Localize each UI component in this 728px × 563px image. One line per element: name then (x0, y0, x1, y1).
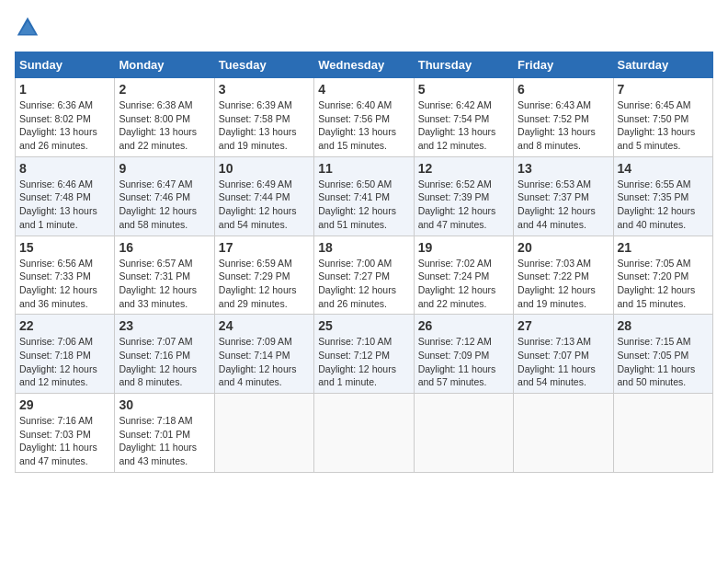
day-info: Sunrise: 7:06 AMSunset: 7:18 PMDaylight:… (19, 335, 110, 389)
table-row: 30Sunrise: 7:18 AMSunset: 7:01 PMDayligh… (115, 394, 214, 473)
table-row: 9Sunrise: 6:47 AMSunset: 7:46 PMDaylight… (115, 156, 214, 236)
day-info: Sunrise: 7:13 AMSunset: 7:07 PMDaylight:… (518, 335, 609, 389)
day-info: Sunrise: 7:18 AMSunset: 7:01 PMDaylight:… (119, 414, 210, 468)
page-header (15, 15, 713, 40)
day-info: Sunrise: 7:00 AMSunset: 7:27 PMDaylight:… (318, 257, 409, 311)
calendar-row-week3: 15Sunrise: 6:56 AMSunset: 7:33 PMDayligh… (16, 236, 713, 315)
calendar-row-week2: 8Sunrise: 6:46 AMSunset: 7:48 PMDaylight… (16, 156, 713, 236)
table-row: 2Sunrise: 6:38 AMSunset: 8:00 PMDaylight… (115, 78, 214, 157)
calendar-row-week1: 1Sunrise: 6:36 AMSunset: 8:02 PMDaylight… (16, 78, 713, 157)
logo-icon (15, 15, 40, 40)
col-header-wednesday: Wednesday (314, 52, 414, 78)
table-row: 3Sunrise: 6:39 AMSunset: 7:58 PMDaylight… (214, 78, 313, 157)
header-row: SundayMondayTuesdayWednesdayThursdayFrid… (16, 52, 713, 78)
table-row: 18Sunrise: 7:00 AMSunset: 7:27 PMDayligh… (314, 236, 414, 315)
day-number: 18 (318, 240, 409, 255)
logo (15, 15, 42, 40)
day-info: Sunrise: 7:03 AMSunset: 7:22 PMDaylight:… (518, 257, 609, 311)
day-info: Sunrise: 7:02 AMSunset: 7:24 PMDaylight:… (418, 257, 509, 311)
day-info: Sunrise: 6:59 AMSunset: 7:29 PMDaylight:… (219, 257, 310, 311)
day-number: 19 (418, 240, 509, 255)
day-number: 5 (418, 82, 509, 97)
day-number: 2 (119, 82, 210, 97)
col-header-monday: Monday (115, 52, 214, 78)
day-number: 10 (219, 161, 310, 176)
day-number: 24 (219, 318, 310, 333)
day-number: 17 (219, 240, 310, 255)
table-row: 23Sunrise: 7:07 AMSunset: 7:16 PMDayligh… (115, 315, 214, 394)
day-number: 23 (119, 318, 210, 333)
day-number: 21 (618, 240, 709, 255)
day-number: 16 (119, 240, 210, 255)
day-number: 27 (518, 318, 609, 333)
day-info: Sunrise: 6:39 AMSunset: 7:58 PMDaylight:… (219, 98, 310, 153)
table-row: 1Sunrise: 6:36 AMSunset: 8:02 PMDaylight… (16, 78, 115, 157)
table-row: 5Sunrise: 6:42 AMSunset: 7:54 PMDaylight… (414, 78, 513, 157)
day-number: 7 (618, 82, 709, 97)
col-header-saturday: Saturday (613, 52, 712, 78)
day-number: 1 (19, 82, 110, 97)
table-row (414, 394, 513, 473)
calendar-row-week4: 22Sunrise: 7:06 AMSunset: 7:18 PMDayligh… (16, 315, 713, 394)
day-number: 11 (318, 161, 409, 176)
table-row: 6Sunrise: 6:43 AMSunset: 7:52 PMDaylight… (514, 78, 613, 157)
day-info: Sunrise: 6:52 AMSunset: 7:39 PMDaylight:… (418, 178, 509, 232)
day-number: 26 (418, 318, 509, 333)
table-row (613, 394, 712, 473)
day-info: Sunrise: 7:09 AMSunset: 7:14 PMDaylight:… (219, 335, 310, 389)
day-info: Sunrise: 6:42 AMSunset: 7:54 PMDaylight:… (418, 98, 509, 153)
day-info: Sunrise: 7:07 AMSunset: 7:16 PMDaylight:… (119, 335, 210, 389)
day-info: Sunrise: 6:56 AMSunset: 7:33 PMDaylight:… (19, 257, 110, 311)
day-info: Sunrise: 6:50 AMSunset: 7:41 PMDaylight:… (318, 178, 409, 232)
table-row: 29Sunrise: 7:16 AMSunset: 7:03 PMDayligh… (16, 394, 115, 473)
day-info: Sunrise: 6:49 AMSunset: 7:44 PMDaylight:… (219, 178, 310, 232)
day-info: Sunrise: 7:12 AMSunset: 7:09 PMDaylight:… (418, 335, 509, 389)
table-row: 16Sunrise: 6:57 AMSunset: 7:31 PMDayligh… (115, 236, 214, 315)
day-info: Sunrise: 7:15 AMSunset: 7:05 PMDaylight:… (618, 335, 709, 389)
table-row: 11Sunrise: 6:50 AMSunset: 7:41 PMDayligh… (314, 156, 414, 236)
day-number: 6 (518, 82, 609, 97)
table-row (314, 394, 414, 473)
day-number: 25 (318, 318, 409, 333)
day-number: 3 (219, 82, 310, 97)
table-row: 28Sunrise: 7:15 AMSunset: 7:05 PMDayligh… (613, 315, 712, 394)
calendar-row-week5: 29Sunrise: 7:16 AMSunset: 7:03 PMDayligh… (16, 394, 713, 473)
day-info: Sunrise: 6:40 AMSunset: 7:56 PMDaylight:… (318, 98, 409, 153)
table-row: 8Sunrise: 6:46 AMSunset: 7:48 PMDaylight… (16, 156, 115, 236)
table-row: 12Sunrise: 6:52 AMSunset: 7:39 PMDayligh… (414, 156, 513, 236)
table-row: 17Sunrise: 6:59 AMSunset: 7:29 PMDayligh… (214, 236, 313, 315)
table-row: 21Sunrise: 7:05 AMSunset: 7:20 PMDayligh… (613, 236, 712, 315)
day-number: 30 (119, 397, 210, 412)
day-number: 12 (418, 161, 509, 176)
day-number: 15 (19, 240, 110, 255)
table-row: 26Sunrise: 7:12 AMSunset: 7:09 PMDayligh… (414, 315, 513, 394)
day-info: Sunrise: 6:47 AMSunset: 7:46 PMDaylight:… (119, 178, 210, 232)
day-info: Sunrise: 6:36 AMSunset: 8:02 PMDaylight:… (19, 98, 110, 153)
day-info: Sunrise: 6:38 AMSunset: 8:00 PMDaylight:… (119, 98, 210, 153)
day-number: 20 (518, 240, 609, 255)
table-row: 27Sunrise: 7:13 AMSunset: 7:07 PMDayligh… (514, 315, 613, 394)
day-number: 22 (19, 318, 110, 333)
table-row: 19Sunrise: 7:02 AMSunset: 7:24 PMDayligh… (414, 236, 513, 315)
table-row: 15Sunrise: 6:56 AMSunset: 7:33 PMDayligh… (16, 236, 115, 315)
table-row: 14Sunrise: 6:55 AMSunset: 7:35 PMDayligh… (613, 156, 712, 236)
day-info: Sunrise: 6:55 AMSunset: 7:35 PMDaylight:… (618, 178, 709, 232)
day-info: Sunrise: 6:53 AMSunset: 7:37 PMDaylight:… (518, 178, 609, 232)
day-info: Sunrise: 6:46 AMSunset: 7:48 PMDaylight:… (19, 178, 110, 232)
col-header-sunday: Sunday (16, 52, 115, 78)
table-row: 4Sunrise: 6:40 AMSunset: 7:56 PMDaylight… (314, 78, 414, 157)
table-row: 24Sunrise: 7:09 AMSunset: 7:14 PMDayligh… (214, 315, 313, 394)
day-number: 8 (19, 161, 110, 176)
day-info: Sunrise: 7:10 AMSunset: 7:12 PMDaylight:… (318, 335, 409, 389)
day-info: Sunrise: 7:05 AMSunset: 7:20 PMDaylight:… (618, 257, 709, 311)
day-info: Sunrise: 6:57 AMSunset: 7:31 PMDaylight:… (119, 257, 210, 311)
day-info: Sunrise: 6:43 AMSunset: 7:52 PMDaylight:… (518, 98, 609, 153)
col-header-tuesday: Tuesday (214, 52, 313, 78)
day-number: 14 (618, 161, 709, 176)
table-row: 10Sunrise: 6:49 AMSunset: 7:44 PMDayligh… (214, 156, 313, 236)
day-number: 13 (518, 161, 609, 176)
table-row (214, 394, 313, 473)
table-row (514, 394, 613, 473)
day-number: 9 (119, 161, 210, 176)
day-number: 29 (19, 397, 110, 412)
